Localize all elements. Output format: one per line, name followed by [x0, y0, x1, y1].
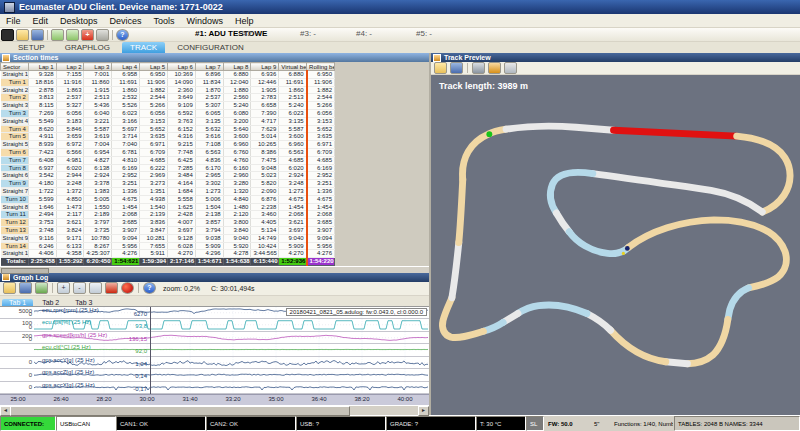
lap-time-cell[interactable]: 2:783	[251, 94, 279, 102]
lap-time-cell[interactable]: 7:155	[56, 71, 84, 79]
table-row[interactable]: Turn 105:5994:8505:0054:6754:9385:5585:0…	[1, 195, 335, 203]
lap-time-cell[interactable]: 1:870	[195, 86, 223, 94]
lap-time-cell[interactable]: 7:040	[112, 141, 140, 149]
lap-time-cell[interactable]: 1:882	[140, 86, 168, 94]
lap-time-cell[interactable]: 3:836	[140, 219, 168, 227]
table-row[interactable]: Turn 123:7533:6213:7973:6853:8364:0073:8…	[1, 219, 335, 227]
lap-time-cell[interactable]: 3:753	[28, 219, 56, 227]
lap-time-cell[interactable]: 3:621	[56, 219, 84, 227]
lap-time-cell[interactable]: 1:320	[223, 187, 251, 195]
lap-time-cell[interactable]: 2:878	[28, 86, 56, 94]
scroll-right-icon[interactable]: ►	[418, 406, 429, 416]
lap-time-cell[interactable]: 6:246	[28, 242, 56, 250]
virtual-best-cell[interactable]: 3:248	[279, 180, 307, 188]
virtual-best-cell[interactable]: 11:691	[279, 78, 307, 86]
lap-time-cell[interactable]: 5:846	[56, 125, 84, 133]
table-row[interactable]: Straight 58:9396:9727:0047:0406:9719:215…	[1, 141, 335, 149]
lap-time-cell[interactable]: 3:302	[195, 180, 223, 188]
virtual-best-cell[interactable]: 1:454	[279, 203, 307, 211]
lap-time-cell[interactable]: 2:360	[167, 86, 195, 94]
menu-edit[interactable]: Edit	[27, 16, 55, 26]
lap-time-cell[interactable]: 3:166	[112, 117, 140, 125]
table-scrollbar-thumb[interactable]	[1, 268, 49, 274]
lap-time-cell[interactable]: 2:117	[56, 211, 84, 219]
lap-time-cell[interactable]: 8:267	[84, 242, 112, 250]
lap-time-cell[interactable]: 6:408	[28, 156, 56, 164]
lap-time-cell[interactable]: 2:513	[84, 94, 112, 102]
virtual-best-cell[interactable]: 1:52:936	[279, 258, 307, 266]
column-header[interactable]: Lap 7	[195, 63, 223, 71]
sector-cell[interactable]: Turn 14	[1, 242, 29, 250]
sector-cell[interactable]: Straight 1	[1, 71, 29, 79]
lap-time-cell[interactable]: 9:328	[28, 71, 56, 79]
sector-cell[interactable]: Straight 9	[1, 234, 29, 242]
lap-time-cell[interactable]: 5:436	[84, 102, 112, 110]
lap-time-cell[interactable]: 4:827	[84, 156, 112, 164]
lap-time-cell[interactable]: 1:372	[56, 187, 84, 195]
sector-cell[interactable]: Straight 6	[1, 172, 29, 180]
menu-desktops[interactable]: Desktops	[54, 16, 104, 26]
graph-help-icon[interactable]: ?	[143, 282, 156, 294]
table-scrollbar[interactable]	[0, 266, 429, 273]
lap-time-cell[interactable]: 4:717	[251, 117, 279, 125]
lap-time-cell[interactable]: 6:028	[167, 242, 195, 250]
table-row[interactable]: Straight 38:1155:3275:4365:5265:2669:109…	[1, 102, 335, 110]
lap-time-cell[interactable]: 9:094	[112, 234, 140, 242]
table-row[interactable]: Straight 22:8781:8631:9151:8601:8822:360…	[1, 86, 335, 94]
lap-time-cell[interactable]: 4:685	[140, 156, 168, 164]
lap-time-cell[interactable]: 10:424	[251, 242, 279, 250]
lap-time-cell[interactable]: 4:25:307	[84, 250, 112, 258]
sector-cell[interactable]: Turn 8	[1, 164, 29, 172]
lap-time-cell[interactable]: 5:327	[56, 102, 84, 110]
table-row[interactable]: Turn 86:9376:0206:1386:1696:2227:2856:17…	[1, 164, 335, 172]
virtual-best-cell[interactable]: 6:960	[279, 141, 307, 149]
table-row[interactable]: Turn 94:1803:2483:3783:2513:2734:1643:30…	[1, 180, 335, 188]
rolling-best-cell[interactable]: 11:906	[307, 78, 335, 86]
lap-time-cell[interactable]: 14:749	[251, 234, 279, 242]
rolling-best-cell[interactable]: 4:685	[307, 156, 335, 164]
lap-time-cell[interactable]: 5:587	[84, 125, 112, 133]
rolling-best-cell[interactable]: 2:544	[307, 94, 335, 102]
track-save-icon[interactable]	[450, 62, 463, 74]
table-row[interactable]: Turn 118:81611:91611:86011:69111:90614:0…	[1, 78, 335, 86]
sector-cell[interactable]: Turn 12	[1, 219, 29, 227]
lap-time-cell[interactable]: 6:960	[223, 141, 251, 149]
rolling-best-cell[interactable]: 5:956	[307, 242, 335, 250]
lap-time-cell[interactable]: 2:969	[140, 172, 168, 180]
lap-time-cell[interactable]: 8:115	[28, 102, 56, 110]
lap-time-cell[interactable]: 5:549	[28, 117, 56, 125]
lap-time-cell[interactable]: 3:714	[112, 133, 140, 141]
track-flag-icon[interactable]	[504, 62, 517, 74]
lap-time-cell[interactable]: 3:251	[112, 180, 140, 188]
lap-time-cell[interactable]: 4:296	[195, 250, 223, 258]
virtual-best-cell[interactable]: 6:563	[279, 148, 307, 156]
lap-time-cell[interactable]: 3:378	[84, 180, 112, 188]
lap-time-cell[interactable]: 6:152	[167, 125, 195, 133]
rolling-best-cell[interactable]: 5:652	[307, 125, 335, 133]
virtual-best-cell[interactable]: 5:909	[279, 242, 307, 250]
lap-time-cell[interactable]: 6:958	[112, 71, 140, 79]
lap-time-cell[interactable]: 3:460	[251, 211, 279, 219]
lap-time-cell[interactable]: 9:215	[167, 141, 195, 149]
lap-time-cell[interactable]: 2:494	[28, 211, 56, 219]
lap-time-cell[interactable]: 4:840	[223, 195, 251, 203]
lap-time-cell[interactable]: 8:939	[28, 141, 56, 149]
lap-time-cell[interactable]: 6:040	[84, 109, 112, 117]
lap-time-cell[interactable]: 2:25:458	[28, 258, 56, 266]
virtual-best-cell[interactable]: 1:860	[279, 86, 307, 94]
totals-row[interactable]: Totals:2:25:4581:55:2926:20:4501:54:6211…	[1, 258, 335, 266]
sector-cell[interactable]: Turn 13	[1, 226, 29, 234]
lap-time-cell[interactable]: 4:278	[223, 250, 251, 258]
lap-time-cell[interactable]: 3:659	[56, 133, 84, 141]
rolling-best-cell[interactable]: 1:336	[307, 187, 335, 195]
tab-setup[interactable]: SETUP	[10, 42, 53, 53]
lap-time-cell[interactable]: 2:960	[223, 172, 251, 180]
lap-time-cell[interactable]: 1:540	[140, 203, 168, 211]
lap-time-cell[interactable]: 18:816	[28, 78, 56, 86]
sector-cell[interactable]: Straight 8	[1, 203, 29, 211]
lap-time-cell[interactable]: 9:048	[251, 164, 279, 172]
virtual-best-cell[interactable]: 6:020	[279, 164, 307, 172]
lap-time-cell[interactable]: 2:537	[195, 94, 223, 102]
lap-time-cell[interactable]: 6:937	[28, 164, 56, 172]
lap-time-cell[interactable]: 1:480	[223, 203, 251, 211]
